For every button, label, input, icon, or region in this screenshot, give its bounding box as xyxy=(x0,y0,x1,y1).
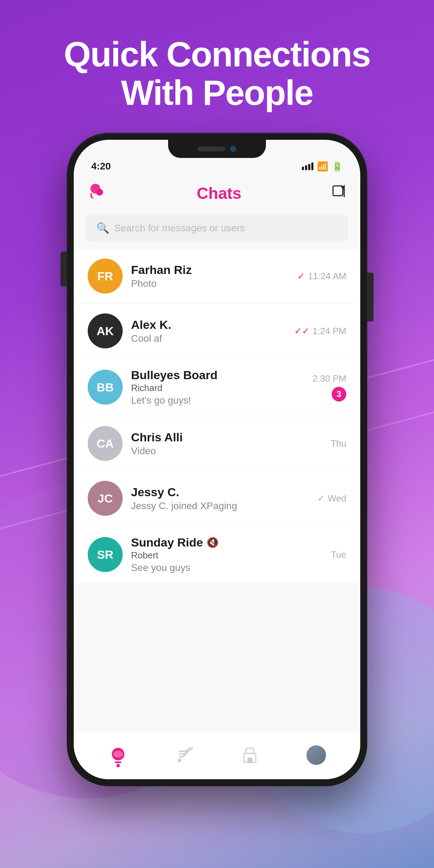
chat-name-chris-alli: Chris Alli xyxy=(131,431,322,444)
headline-line1: Quick Connections xyxy=(64,35,370,74)
chat-time-farhan-riz: 11:24 AM xyxy=(308,271,346,282)
chat-meta-jessy-c: ✓ Wed xyxy=(317,493,346,504)
chat-preview-sunday-ride: See you guys xyxy=(131,562,323,573)
chat-content-farhan-riz: Farhan Riz Photo xyxy=(131,263,289,289)
chat-time-jessy-c: Wed xyxy=(328,493,346,504)
svg-point-4 xyxy=(113,751,123,758)
chat-time-bulleyes-board: 2.30 PM xyxy=(312,373,346,384)
chat-item-chris-alli[interactable]: CA Chris Alli Video Thu xyxy=(74,416,360,471)
tick-single-farhan: ✓ xyxy=(297,271,305,282)
chat-time-alex-k: 1:24 PM xyxy=(312,326,346,337)
chat-preview-bulleyes-board: Let's go guys! xyxy=(131,395,304,406)
chat-preview-alex-k: Cool af xyxy=(131,333,286,344)
chat-preview-farhan-riz: Photo xyxy=(131,278,289,289)
compose-icon[interactable] xyxy=(331,184,346,202)
avatar-sunday-ride: SR xyxy=(88,537,123,572)
chat-meta-alex-k: ✓✓ 1:24 PM xyxy=(294,326,346,337)
feed-nav-icon xyxy=(176,746,194,764)
nav-active-dot xyxy=(116,764,120,767)
chat-item-bulleyes-board[interactable]: BB Bulleyes Board Richard Let's go guys!… xyxy=(74,359,360,416)
chat-content-bulleyes-board: Bulleyes Board Richard Let's go guys! xyxy=(131,368,304,406)
chat-meta-sunday-ride: Tue xyxy=(331,549,346,560)
chat-name-farhan-riz: Farhan Riz xyxy=(131,263,289,277)
nav-item-profile[interactable] xyxy=(306,745,326,765)
avatar-alex-k: AK xyxy=(88,313,123,348)
chat-meta-bulleyes-board: 2.30 PM 3 xyxy=(312,373,346,402)
app-title: Chats xyxy=(197,184,241,203)
avatar-jessy-c: JC xyxy=(88,481,123,516)
notch xyxy=(168,140,266,158)
tick-gray-jessy: ✓ xyxy=(317,493,325,504)
phone-shell: 4:20 📶 🔋 xyxy=(67,133,367,786)
signal-icon xyxy=(302,162,313,170)
chat-meta-chris-alli: Thu xyxy=(331,438,346,449)
svg-rect-8 xyxy=(247,758,252,762)
phone-mockup: 4:20 📶 🔋 xyxy=(67,133,367,786)
chat-sender-bulleyes: Richard xyxy=(131,383,304,393)
chat-name-alex-k: Alex K. xyxy=(131,318,286,332)
search-placeholder: Search for messages or users xyxy=(114,223,245,234)
chat-item-alex-k[interactable]: AK Alex K. Cool af ✓✓ 1:24 PM xyxy=(74,304,360,359)
chat-preview-chris-alli: Video xyxy=(131,446,322,457)
svg-rect-5 xyxy=(115,761,121,763)
battery-icon: 🔋 xyxy=(332,161,343,172)
hero-header: Quick Connections With People xyxy=(0,0,434,112)
chat-sender-sunday: Robert xyxy=(131,550,323,561)
notch-speaker xyxy=(197,146,225,151)
clock: 4:20 xyxy=(91,161,111,172)
chat-time-chris-alli: Thu xyxy=(331,438,346,449)
search-bar[interactable]: 🔍 Search for messages or users xyxy=(86,214,348,242)
avatar-bulleyes-board: BB xyxy=(88,370,123,405)
svg-point-6 xyxy=(178,759,181,762)
status-icons: 📶 🔋 xyxy=(302,161,343,172)
chat-preview-jessy-c: Jessy C. joined XPaging xyxy=(131,500,309,512)
avatar-farhan-riz: FR xyxy=(88,259,123,294)
phone-screen: 4:20 📶 🔋 xyxy=(74,140,360,779)
app-logo-icon xyxy=(88,182,107,204)
nav-item-feed[interactable] xyxy=(176,746,194,764)
notch-camera xyxy=(230,145,237,152)
tick-double-alex: ✓✓ xyxy=(294,326,310,337)
chat-meta-farhan-riz: ✓ 11:24 AM xyxy=(297,271,346,282)
app-header: Chats xyxy=(74,175,360,211)
chat-content-jessy-c: Jessy C. Jessy C. joined XPaging xyxy=(131,485,309,512)
chat-content-chris-alli: Chris Alli Video xyxy=(131,431,322,457)
chats-nav-icon xyxy=(108,746,128,764)
headline-line2: With People xyxy=(121,73,313,112)
chat-item-sunday-ride[interactable]: SR Sunday Ride 🔇 Robert See you guys Tue xyxy=(74,526,360,583)
search-icon: 🔍 xyxy=(96,222,109,234)
nav-item-chats[interactable] xyxy=(108,746,128,764)
mute-icon-sunday-ride: 🔇 xyxy=(207,537,219,548)
chat-time-sunday-ride: Tue xyxy=(331,549,346,560)
svg-rect-2 xyxy=(333,186,343,196)
bottom-nav xyxy=(74,730,360,779)
svg-point-1 xyxy=(96,189,103,196)
avatar-chris-alli: CA xyxy=(88,426,123,461)
chat-name-jessy-c: Jessy C. xyxy=(131,485,309,499)
chat-content-alex-k: Alex K. Cool af xyxy=(131,318,286,344)
chat-content-sunday-ride: Sunday Ride 🔇 Robert See you guys xyxy=(131,536,323,573)
chat-item-jessy-c[interactable]: JC Jessy C. Jessy C. joined XPaging ✓ We… xyxy=(74,471,360,526)
chat-item-farhan-riz[interactable]: FR Farhan Riz Photo ✓ 11:24 AM xyxy=(74,249,360,304)
chat-list: FR Farhan Riz Photo ✓ 11:24 AM xyxy=(74,249,360,583)
store-nav-icon xyxy=(241,746,259,764)
profile-avatar xyxy=(306,745,326,765)
chat-name-bulleyes-board: Bulleyes Board xyxy=(131,368,304,382)
nav-item-store[interactable] xyxy=(241,746,259,764)
chat-name-sunday-ride: Sunday Ride 🔇 xyxy=(131,536,323,549)
unread-badge-bulleyes-board: 3 xyxy=(332,387,346,402)
wifi-icon: 📶 xyxy=(317,161,328,172)
